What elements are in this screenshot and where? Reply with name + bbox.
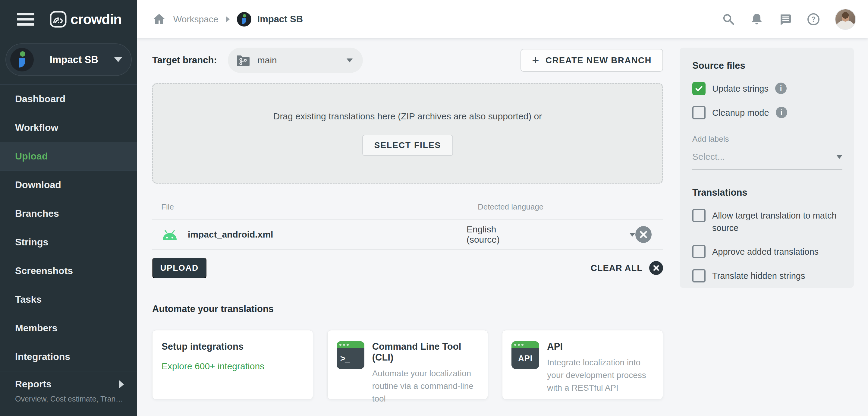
sidebar-item-dashboard[interactable]: Dashboard bbox=[0, 85, 137, 113]
sidebar-item-label: Branches bbox=[15, 208, 59, 219]
sidebar-item-upload[interactable]: Upload bbox=[0, 142, 137, 171]
checkbox-unchecked-icon[interactable] bbox=[692, 209, 706, 222]
chevron-down-icon bbox=[114, 57, 122, 62]
automation-cards: Setup integrations Explore 600+ integrat… bbox=[152, 330, 663, 399]
logo-text: crowdin bbox=[70, 11, 121, 27]
messages-icon[interactable] bbox=[778, 12, 792, 26]
sidebar-item-reports[interactable]: Reports Overview, Cost estimate, Transl… bbox=[0, 371, 137, 403]
file-dropzone[interactable]: Drag existing translations here (ZIP arc… bbox=[152, 83, 663, 184]
branch-select[interactable]: main bbox=[228, 48, 363, 73]
breadcrumb-project[interactable]: Impact SB bbox=[237, 12, 303, 27]
option-allow-match-source[interactable]: Allow target translation to match source bbox=[692, 209, 845, 234]
create-new-branch-label: CREATE NEW BRANCH bbox=[546, 56, 652, 65]
column-header-file: File bbox=[161, 202, 478, 212]
option-label: Allow target translation to match source bbox=[712, 209, 845, 234]
info-icon[interactable]: i bbox=[775, 83, 786, 94]
option-label: Translate hidden strings bbox=[712, 270, 805, 282]
help-icon[interactable]: ? bbox=[807, 12, 820, 26]
svg-text:?: ? bbox=[811, 15, 816, 23]
card-title: API bbox=[547, 341, 654, 352]
plus-icon: + bbox=[532, 54, 539, 67]
card-api[interactable]: API API Integrate localization into your… bbox=[502, 330, 663, 399]
option-label: Update strings bbox=[712, 83, 769, 95]
source-files-heading: Source files bbox=[692, 60, 845, 71]
notifications-bell-icon[interactable] bbox=[750, 12, 764, 26]
file-name: impact_android.xml bbox=[188, 229, 273, 240]
sidebar-item-label: Download bbox=[15, 179, 61, 190]
option-cleanup-mode[interactable]: Cleanup mode i bbox=[692, 107, 845, 119]
search-icon[interactable] bbox=[721, 12, 735, 26]
upload-settings-panel: Source files Update strings i Cleanup mo… bbox=[680, 48, 854, 288]
explore-integrations-link[interactable]: Explore 600+ integrations bbox=[161, 361, 304, 372]
card-cli[interactable]: >_ Command Line Tool (CLI) Automate your… bbox=[327, 330, 488, 399]
sidebar-item-label: Reports bbox=[15, 379, 52, 390]
android-icon bbox=[161, 229, 178, 240]
sidebar-item-strings[interactable]: Strings bbox=[0, 228, 137, 257]
crowdin-logo[interactable]: crowdin bbox=[50, 10, 121, 28]
sidebar-item-integrations[interactable]: Integrations bbox=[0, 343, 137, 371]
breadcrumb-workspace[interactable]: Workspace bbox=[173, 14, 218, 24]
menu-icon[interactable] bbox=[17, 12, 36, 26]
sidebar-item-label: Upload bbox=[15, 151, 48, 162]
card-title: Setup integrations bbox=[161, 341, 304, 352]
api-window-icon: API bbox=[512, 341, 539, 369]
card-title: Command Line Tool (CLI) bbox=[372, 341, 479, 363]
dropzone-instructions: Drag existing translations here (ZIP arc… bbox=[273, 111, 542, 121]
checkbox-unchecked-icon[interactable] bbox=[692, 106, 706, 119]
create-new-branch-button[interactable]: + CREATE NEW BRANCH bbox=[521, 49, 663, 72]
crowdin-logo-icon bbox=[50, 10, 67, 28]
labels-select[interactable]: Select... bbox=[692, 152, 842, 170]
chevron-down-icon bbox=[836, 155, 842, 159]
card-setup-integrations[interactable]: Setup integrations Explore 600+ integrat… bbox=[152, 330, 313, 399]
sidebar-item-download[interactable]: Download bbox=[0, 171, 137, 199]
chevron-down-icon bbox=[347, 58, 352, 62]
user-avatar[interactable] bbox=[835, 9, 856, 30]
target-branch-row: Target branch: main + CREATE NEW BRANCH bbox=[152, 46, 663, 75]
home-icon[interactable] bbox=[152, 12, 166, 26]
project-name: Impact SB bbox=[34, 54, 114, 65]
breadcrumb: Workspace Impact SB bbox=[152, 12, 303, 27]
sidebar-nav: Dashboard Workflow Upload Download Branc… bbox=[0, 84, 137, 403]
add-labels-label: Add labels bbox=[692, 135, 845, 144]
sidebar-item-tasks[interactable]: Tasks bbox=[0, 285, 137, 314]
sidebar-item-label: Workflow bbox=[15, 122, 58, 133]
terminal-prompt: >_ bbox=[337, 348, 364, 369]
breadcrumb-separator-icon bbox=[226, 16, 230, 23]
card-description: Integrate localization into your develop… bbox=[547, 356, 654, 394]
upload-main-column: Target branch: main + CREATE NEW BRANCH … bbox=[152, 46, 663, 399]
close-icon bbox=[640, 231, 647, 238]
clear-all-icon bbox=[649, 261, 663, 275]
topbar-actions: ? bbox=[721, 9, 856, 30]
remove-file-button[interactable] bbox=[635, 226, 652, 243]
chevron-right-icon bbox=[119, 380, 124, 389]
breadcrumb-project-name: Impact SB bbox=[257, 14, 303, 25]
topbar: Workspace Impact SB ? bbox=[137, 0, 868, 38]
detected-language-select[interactable]: English (source) bbox=[467, 224, 635, 245]
checkbox-unchecked-icon[interactable] bbox=[692, 269, 706, 283]
upload-actions-row: UPLOAD CLEAR ALL bbox=[152, 258, 663, 278]
table-row: impact_android.xml English (source) bbox=[152, 219, 663, 249]
option-update-strings[interactable]: Update strings i bbox=[692, 83, 845, 95]
checkbox-unchecked-icon[interactable] bbox=[692, 245, 706, 258]
sidebar-item-screenshots[interactable]: Screenshots bbox=[0, 257, 137, 285]
option-translate-hidden[interactable]: Translate hidden strings bbox=[692, 270, 845, 283]
terminal-icon: >_ bbox=[337, 341, 364, 369]
project-avatar bbox=[237, 12, 251, 27]
sidebar-item-workflow[interactable]: Workflow bbox=[0, 113, 137, 142]
translations-heading: Translations bbox=[692, 187, 845, 198]
sidebar: crowdin Impact SB Dashboard Workflow Upl… bbox=[0, 0, 137, 416]
automate-heading: Automate your translations bbox=[152, 303, 663, 315]
info-icon[interactable]: i bbox=[776, 107, 787, 118]
sidebar-header: crowdin bbox=[0, 0, 137, 38]
sidebar-item-members[interactable]: Members bbox=[0, 314, 137, 343]
select-files-button[interactable]: SELECT FILES bbox=[362, 135, 453, 156]
upload-button[interactable]: UPLOAD bbox=[152, 258, 207, 278]
checkbox-checked-icon[interactable] bbox=[692, 82, 706, 95]
sidebar-item-label: Dashboard bbox=[15, 93, 65, 105]
sidebar-item-branches[interactable]: Branches bbox=[0, 199, 137, 228]
clear-all-button[interactable]: CLEAR ALL bbox=[591, 261, 663, 275]
project-switcher[interactable]: Impact SB bbox=[5, 43, 132, 76]
content-area: Target branch: main + CREATE NEW BRANCH … bbox=[137, 38, 868, 416]
option-approve-added[interactable]: Approve added translations bbox=[692, 246, 845, 258]
sidebar-item-label: Strings bbox=[15, 237, 48, 248]
